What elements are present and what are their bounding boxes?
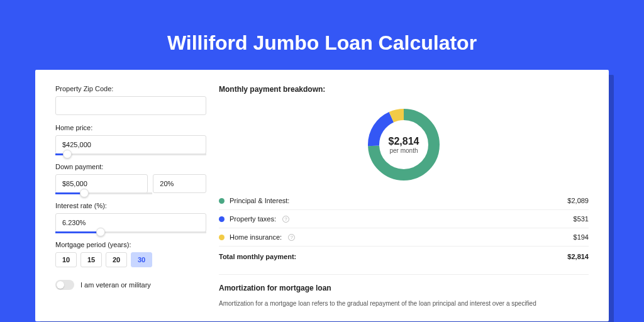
- blue-dot-icon: [219, 216, 225, 222]
- down-amount-input[interactable]: [55, 174, 148, 193]
- legend-row: Property taxes:?$531: [219, 210, 589, 228]
- rate-label: Interest rate (%):: [55, 202, 206, 209]
- down-label: Down payment:: [55, 163, 206, 170]
- field-veteran: I am veteran or military: [55, 280, 206, 290]
- breakdown-title: Monthly payment breakdown:: [219, 85, 589, 94]
- field-down: Down payment:: [55, 163, 206, 193]
- yellow-dot-icon: [219, 235, 225, 240]
- legend-value: $2,089: [567, 197, 589, 204]
- green-dot-icon: [219, 198, 225, 204]
- amortization-section: Amortization for mortgage loan Amortizat…: [219, 274, 589, 308]
- calculator-card: Property Zip Code: Home price: Down paym…: [35, 70, 609, 321]
- period-btn-20[interactable]: 20: [106, 252, 127, 267]
- breakdown-panel: Monthly payment breakdown: $2,814 per mo…: [219, 85, 589, 321]
- price-input[interactable]: [55, 135, 206, 154]
- field-period: Mortgage period (years): 10152030: [55, 241, 206, 267]
- zip-input[interactable]: [55, 96, 206, 115]
- donut-chart: $2,814 per month: [219, 97, 589, 192]
- field-price: Home price:: [55, 124, 206, 154]
- period-btn-30[interactable]: 30: [131, 252, 152, 267]
- field-zip: Property Zip Code:: [55, 85, 206, 115]
- legend-label: Home insurance:: [230, 233, 282, 241]
- total-label: Total monthly payment:: [219, 253, 296, 260]
- total-value: $2,814: [567, 253, 589, 260]
- page-title: Williford Jumbo Loan Calculator: [35, 31, 609, 55]
- donut-amount: $2,814: [389, 136, 419, 147]
- veteran-toggle[interactable]: [55, 280, 74, 290]
- veteran-label: I am veteran or military: [80, 281, 151, 289]
- amortization-text: Amortization for a mortgage loan refers …: [219, 299, 589, 308]
- legend-label: Property taxes:: [230, 215, 276, 223]
- period-label: Mortgage period (years):: [55, 241, 206, 248]
- period-btn-10[interactable]: 10: [55, 252, 77, 267]
- form-panel: Property Zip Code: Home price: Down paym…: [55, 85, 206, 321]
- rate-input[interactable]: [55, 213, 206, 232]
- donut-sub: per month: [389, 147, 418, 154]
- legend: Principal & Interest:$2,089Property taxe…: [219, 192, 589, 265]
- info-icon[interactable]: ?: [288, 234, 295, 241]
- legend-row: Home insurance:?$194: [219, 228, 589, 247]
- field-rate: Interest rate (%):: [55, 202, 206, 232]
- period-btn-15[interactable]: 15: [80, 252, 102, 267]
- info-icon[interactable]: ?: [282, 216, 289, 223]
- legend-total-row: Total monthly payment:$2,814: [219, 247, 589, 265]
- legend-label: Principal & Interest:: [230, 197, 289, 204]
- legend-row: Principal & Interest:$2,089: [219, 192, 589, 210]
- zip-label: Property Zip Code:: [55, 85, 206, 92]
- price-label: Home price:: [55, 124, 206, 131]
- legend-value: $531: [574, 215, 589, 223]
- down-pct-input[interactable]: [153, 174, 206, 193]
- amortization-title: Amortization for mortgage loan: [219, 284, 589, 292]
- legend-value: $194: [574, 233, 589, 241]
